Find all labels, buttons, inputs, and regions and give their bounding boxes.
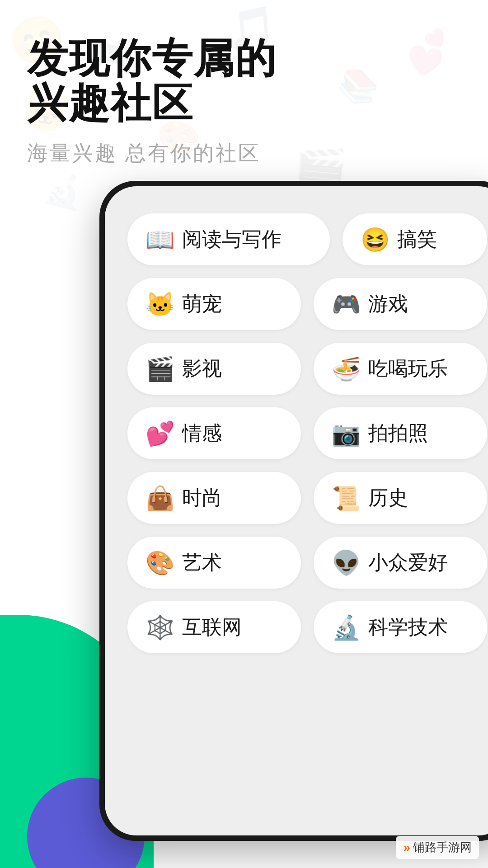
header-area: 发现你专属的 兴趣社区 海量兴趣 总有你的社区	[27, 36, 277, 167]
movies-label: 影视	[182, 355, 222, 382]
category-niche[interactable]: 👽 小众爱好	[314, 537, 487, 589]
category-pets[interactable]: 🐱 萌宠	[127, 278, 301, 330]
funny-label: 搞笑	[397, 226, 437, 253]
category-food[interactable]: 🍜 吃喝玩乐	[314, 343, 487, 395]
science-label: 科学技术	[368, 614, 448, 641]
food-emoji: 🍜	[332, 357, 361, 381]
main-title: 发现你专属的 兴趣社区	[27, 36, 277, 126]
category-row-3: 🎬 影视 🍜 吃喝玩乐	[127, 343, 487, 395]
photo-emoji: 📷	[332, 422, 361, 445]
reading-emoji: 📖	[145, 228, 175, 251]
categories-container: 📖 阅读与写作 😆 搞笑 🐱 萌宠 🎮 游戏	[105, 186, 488, 680]
watermark: » 铺路手游网	[396, 836, 479, 859]
category-games[interactable]: 🎮 游戏	[314, 278, 487, 330]
fashion-label: 时尚	[182, 485, 222, 511]
fashion-emoji: 👜	[145, 486, 175, 510]
niche-label: 小众爱好	[368, 549, 448, 576]
funny-emoji: 😆	[361, 228, 390, 251]
category-row-2: 🐱 萌宠 🎮 游戏	[127, 278, 487, 330]
category-row-7: 🕸️ 互联网 🔬 科学技术	[127, 601, 487, 653]
category-row-1: 📖 阅读与写作 😆 搞笑	[127, 213, 487, 265]
category-funny[interactable]: 😆 搞笑	[343, 213, 487, 265]
pets-label: 萌宠	[182, 291, 222, 317]
category-photo[interactable]: 📷 拍拍照	[314, 407, 487, 459]
category-movies[interactable]: 🎬 影视	[127, 343, 301, 395]
art-label: 艺术	[182, 549, 222, 576]
reading-label: 阅读与写作	[182, 226, 282, 253]
emotion-label: 情感	[182, 420, 222, 447]
category-row-5: 👜 时尚 📜 历史	[127, 472, 487, 524]
phone-screen: 📖 阅读与写作 😆 搞笑 🐱 萌宠 🎮 游戏	[105, 186, 488, 835]
history-emoji: 📜	[332, 486, 361, 510]
emotion-emoji: 💕	[145, 422, 175, 445]
category-internet[interactable]: 🕸️ 互联网	[127, 601, 301, 653]
category-history[interactable]: 📜 历史	[314, 472, 487, 524]
history-label: 历史	[368, 485, 408, 511]
niche-emoji: 👽	[332, 551, 361, 575]
food-label: 吃喝玩乐	[368, 355, 448, 382]
internet-label: 互联网	[182, 614, 242, 641]
watermark-text: 铺路手游网	[413, 840, 472, 855]
watermark-arrow: »	[403, 840, 410, 855]
sub-title: 海量兴趣 总有你的社区	[27, 139, 277, 167]
science-emoji: 🔬	[332, 616, 361, 639]
internet-emoji: 🕸️	[145, 616, 175, 639]
photo-label: 拍拍照	[368, 420, 428, 447]
category-row-4: 💕 情感 📷 拍拍照	[127, 407, 487, 459]
category-science[interactable]: 🔬 科学技术	[314, 601, 487, 653]
category-emotion[interactable]: 💕 情感	[127, 407, 301, 459]
games-emoji: 🎮	[332, 292, 361, 316]
games-label: 游戏	[368, 291, 408, 317]
category-art[interactable]: 🎨 艺术	[127, 537, 301, 589]
pets-emoji: 🐱	[145, 292, 175, 316]
phone-frame: 📖 阅读与写作 😆 搞笑 🐱 萌宠 🎮 游戏	[99, 181, 488, 841]
art-emoji: 🎨	[145, 551, 175, 575]
category-reading[interactable]: 📖 阅读与写作	[127, 213, 330, 265]
movies-emoji: 🎬	[145, 357, 175, 381]
category-row-6: 🎨 艺术 👽 小众爱好	[127, 537, 487, 589]
category-fashion[interactable]: 👜 时尚	[127, 472, 301, 524]
